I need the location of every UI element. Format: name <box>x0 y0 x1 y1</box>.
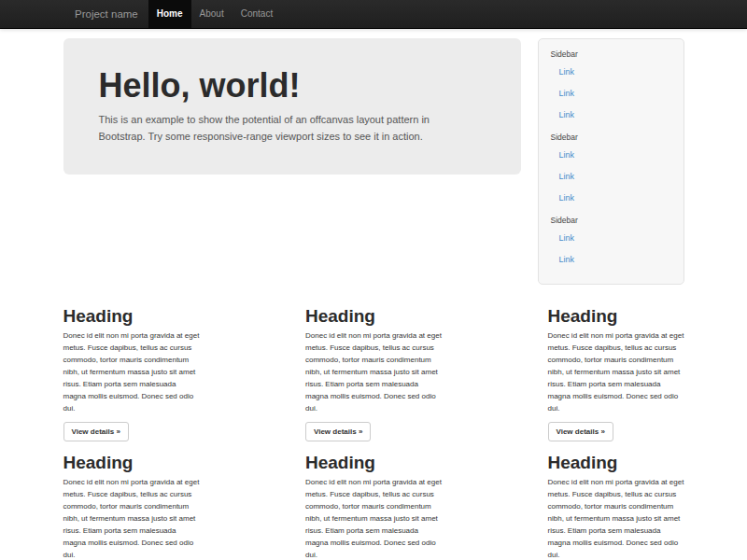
sidebar-group-label: Sidebar <box>550 133 672 142</box>
brand-link[interactable]: Project name <box>65 0 148 28</box>
cards-row-2: Heading Donec id elit non mi porta gravi… <box>63 453 684 560</box>
sidebar-link[interactable]: Link <box>550 83 672 105</box>
sidebar-group-label: Sidebar <box>550 49 672 59</box>
sidebar-link[interactable]: Link <box>550 249 672 271</box>
page-container: Hello, world! This is an example to show… <box>63 38 684 560</box>
card-heading: Heading <box>63 453 200 473</box>
sidebar-link[interactable]: Link <box>550 188 672 209</box>
sidebar-link[interactable]: Link <box>550 166 672 188</box>
content-card: Heading Donec id elit non mi porta gravi… <box>548 453 684 560</box>
card-heading: Heading <box>305 453 442 473</box>
card-body-text: Donec id elit non mi porta gravida at eg… <box>63 476 200 560</box>
nav-item-about[interactable]: About <box>191 0 233 28</box>
content-card: Heading Donec id elit non mi porta gravi… <box>548 306 684 441</box>
nav-item-home[interactable]: Home <box>148 0 191 28</box>
card-body-text: Donec id elit non mi porta gravida at eg… <box>63 329 200 414</box>
card-heading: Heading <box>548 306 684 327</box>
view-details-button[interactable]: View details » <box>63 422 129 441</box>
card-heading: Heading <box>548 453 684 473</box>
content-card: Heading Donec id elit non mi porta gravi… <box>305 306 442 441</box>
content-card: Heading Donec id elit non mi porta gravi… <box>305 453 442 560</box>
sidebar: Sidebar Link Link Link Sidebar Link Link… <box>538 38 684 285</box>
view-details-button[interactable]: View details » <box>548 422 613 441</box>
card-heading: Heading <box>63 306 200 327</box>
navbar: Project name Home About Contact <box>0 0 747 29</box>
card-body-text: Donec id elit non mi porta gravida at eg… <box>305 476 442 560</box>
sidebar-group-label: Sidebar <box>550 216 672 225</box>
card-body-text: Donec id elit non mi porta gravida at eg… <box>548 476 684 560</box>
jumbotron-description: This is an example to show the potential… <box>99 111 469 145</box>
sidebar-link[interactable]: Link <box>550 62 672 83</box>
sidebar-link[interactable]: Link <box>550 145 672 166</box>
view-details-button[interactable]: View details » <box>305 422 371 441</box>
sidebar-link[interactable]: Link <box>550 105 672 126</box>
main-content: Hello, world! This is an example to show… <box>63 38 521 175</box>
content-card: Heading Donec id elit non mi porta gravi… <box>63 306 200 441</box>
navbar-inner: Project name Home About Contact <box>65 0 747 28</box>
cards-row-1: Heading Donec id elit non mi porta gravi… <box>63 306 684 441</box>
jumbotron: Hello, world! This is an example to show… <box>63 38 521 175</box>
main-row: Hello, world! This is an example to show… <box>63 38 684 285</box>
sidebar-link[interactable]: Link <box>550 228 672 249</box>
card-heading: Heading <box>305 306 442 327</box>
card-body-text: Donec id elit non mi porta gravida at eg… <box>305 329 442 414</box>
content-card: Heading Donec id elit non mi porta gravi… <box>63 453 200 560</box>
page-title: Hello, world! <box>99 67 486 105</box>
card-body-text: Donec id elit non mi porta gravida at eg… <box>548 329 684 414</box>
main-nav: Home About Contact <box>148 0 281 28</box>
nav-item-contact[interactable]: Contact <box>233 0 281 28</box>
